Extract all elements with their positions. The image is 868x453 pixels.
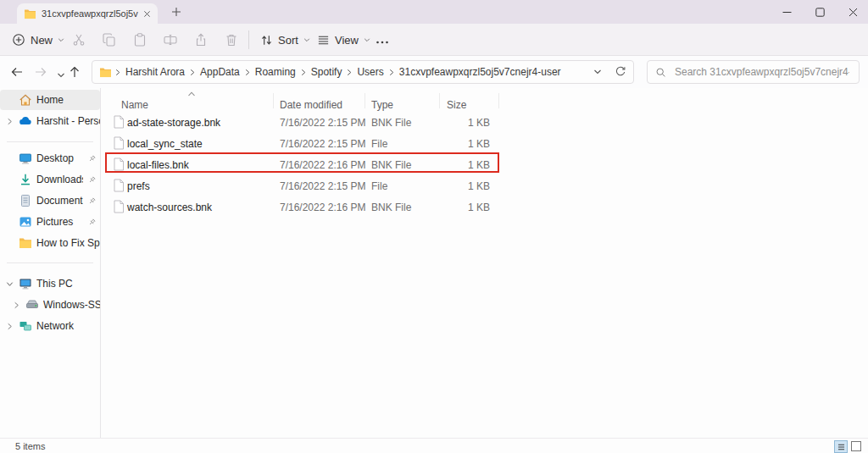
- file-icon: [113, 115, 125, 129]
- breadcrumb-segment[interactable]: AppData: [198, 66, 242, 78]
- sidebar-item-home[interactable]: Home: [0, 90, 100, 110]
- downloads-icon: [19, 173, 32, 186]
- column-header-type[interactable]: Type: [371, 99, 393, 111]
- file-type: BNK File: [371, 117, 411, 129]
- refresh-icon[interactable]: [615, 66, 626, 78]
- sidebar-item-this-pc[interactable]: This PC: [0, 273, 100, 294]
- column-divider[interactable]: [364, 93, 365, 108]
- breadcrumb-separator-icon[interactable]: [244, 69, 251, 76]
- new-tab-button[interactable]: [170, 6, 182, 18]
- file-icon: [113, 157, 125, 171]
- address-dropdown-icon[interactable]: [593, 68, 602, 76]
- file-type: File: [371, 138, 387, 150]
- file-row-highlighted[interactable]: local-files.bnk 7/16/2022 2:16 PM BNK Fi…: [101, 154, 868, 175]
- toolbar-divider: [248, 30, 249, 49]
- expand-chevron-icon[interactable]: [12, 301, 21, 310]
- navigation-pane: Home Harshit - Personal Desktop Download…: [0, 88, 101, 438]
- sidebar-item-documents[interactable]: Documents: [0, 191, 100, 211]
- breadcrumb-separator-icon[interactable]: [189, 69, 196, 76]
- copy-button[interactable]: [103, 33, 116, 47]
- status-bar: 5 items: [0, 438, 868, 453]
- column-header-date-modified[interactable]: Date modified: [280, 99, 342, 111]
- explorer-tab[interactable]: 31cxvpfeawpxqrzl5oj5v7cnejr4-user: [17, 3, 158, 24]
- column-divider[interactable]: [498, 93, 499, 108]
- expand-chevron-icon[interactable]: [5, 117, 14, 126]
- folder-icon: [19, 236, 32, 250]
- search-input[interactable]: [673, 65, 851, 79]
- sidebar-item-desktop[interactable]: Desktop: [0, 148, 100, 168]
- breadcrumb-segment[interactable]: Spotify: [309, 66, 344, 78]
- plus-circle-icon: [12, 33, 25, 47]
- file-row[interactable]: ad-state-storage.bnk 7/16/2022 2:15 PM B…: [101, 112, 868, 133]
- folder-icon: [24, 8, 36, 19]
- file-type: File: [371, 180, 387, 192]
- close-button[interactable]: [849, 8, 858, 17]
- file-list: Name Date modified Type Size ad-state-st…: [101, 88, 868, 438]
- file-type: BNK File: [371, 159, 411, 171]
- details-view-icon: [837, 444, 845, 450]
- details-view-toggle[interactable]: [834, 440, 848, 453]
- column-divider[interactable]: [273, 93, 274, 108]
- sidebar-item-network[interactable]: Network: [0, 316, 100, 336]
- sidebar-item-label: Network: [36, 320, 100, 332]
- tab-title: 31cxvpfeawpxqrzl5oj5v7cnejr4-user: [42, 8, 138, 19]
- more-options-button[interactable]: [376, 36, 389, 49]
- column-header-size[interactable]: Size: [447, 99, 466, 111]
- sidebar-item-onedrive[interactable]: Harshit - Personal: [0, 111, 100, 131]
- sort-button-label: Sort: [278, 34, 298, 47]
- pin-icon: [87, 175, 97, 185]
- back-button[interactable]: [10, 65, 24, 79]
- sidebar-item-windows-ssd[interactable]: Windows-SSD (C:: [0, 295, 100, 315]
- collapse-chevron-icon[interactable]: [5, 279, 14, 289]
- chevron-down-icon: [303, 36, 310, 43]
- explorer-body: Home Harshit - Personal Desktop Download…: [0, 88, 868, 438]
- minimize-button[interactable]: [782, 8, 792, 17]
- breadcrumb-separator-icon[interactable]: [388, 69, 395, 76]
- large-icons-view-toggle[interactable]: [851, 441, 861, 451]
- file-row[interactable]: local_sync_state 7/16/2022 2:15 PM File …: [101, 133, 868, 154]
- column-divider[interactable]: [439, 93, 440, 108]
- sidebar-item-downloads[interactable]: Downloads: [0, 169, 100, 190]
- rename-button[interactable]: [164, 33, 177, 47]
- new-button[interactable]: New: [12, 30, 64, 50]
- share-button[interactable]: [194, 33, 208, 47]
- command-toolbar: New Sort View: [0, 24, 868, 56]
- breadcrumb-segment[interactable]: 31cxvpfeawpxqrzl5oj5v7cnejr4-user: [398, 66, 563, 78]
- sidebar-item-pictures[interactable]: Pictures: [0, 212, 100, 232]
- forward-button[interactable]: [34, 65, 47, 79]
- file-date-modified: 7/16/2022 2:16 PM: [280, 202, 365, 213]
- chevron-spacer: [5, 154, 14, 163]
- file-row[interactable]: prefs 7/16/2022 2:15 PM File 1 KB: [101, 175, 868, 196]
- search-box[interactable]: [647, 60, 860, 84]
- delete-button[interactable]: [225, 33, 238, 47]
- file-name: prefs: [127, 180, 150, 192]
- recent-locations-button[interactable]: [54, 69, 68, 82]
- file-size: 1 KB: [424, 202, 490, 213]
- breadcrumb-separator-icon[interactable]: [300, 69, 307, 76]
- breadcrumb-segment[interactable]: Harshit Arora: [124, 66, 186, 78]
- up-button[interactable]: [68, 65, 81, 79]
- maximize-button[interactable]: [815, 8, 825, 17]
- view-button[interactable]: View: [317, 30, 370, 50]
- sidebar-item-how-to-fix-spotify[interactable]: How to Fix Spotify: [0, 233, 100, 253]
- sidebar-item-label: Pictures: [36, 216, 83, 228]
- sort-button[interactable]: Sort: [260, 30, 310, 50]
- paste-button[interactable]: [133, 33, 147, 47]
- sidebar-item-label: Desktop: [36, 152, 83, 164]
- column-header-name[interactable]: Name: [121, 99, 148, 111]
- breadcrumb-separator-icon[interactable]: [114, 69, 121, 76]
- window-controls: [782, 0, 858, 24]
- file-row[interactable]: watch-sources.bnk 7/16/2022 2:16 PM BNK …: [101, 196, 868, 218]
- cut-button[interactable]: [72, 33, 86, 47]
- drive-icon: [25, 298, 39, 312]
- chevron-down-icon: [364, 36, 370, 43]
- sidebar-item-label: Documents: [36, 195, 83, 207]
- address-bar[interactable]: Harshit Arora AppData Roaming Spotify Us…: [92, 60, 634, 84]
- file-size: 1 KB: [424, 159, 490, 171]
- expand-chevron-icon[interactable]: [5, 322, 14, 331]
- tab-close-icon[interactable]: [143, 10, 151, 18]
- sidebar-item-label: Downloads: [36, 174, 83, 185]
- breadcrumb-separator-icon[interactable]: [346, 69, 353, 76]
- breadcrumb-segment[interactable]: Roaming: [253, 66, 298, 78]
- breadcrumb-segment[interactable]: Users: [355, 66, 385, 78]
